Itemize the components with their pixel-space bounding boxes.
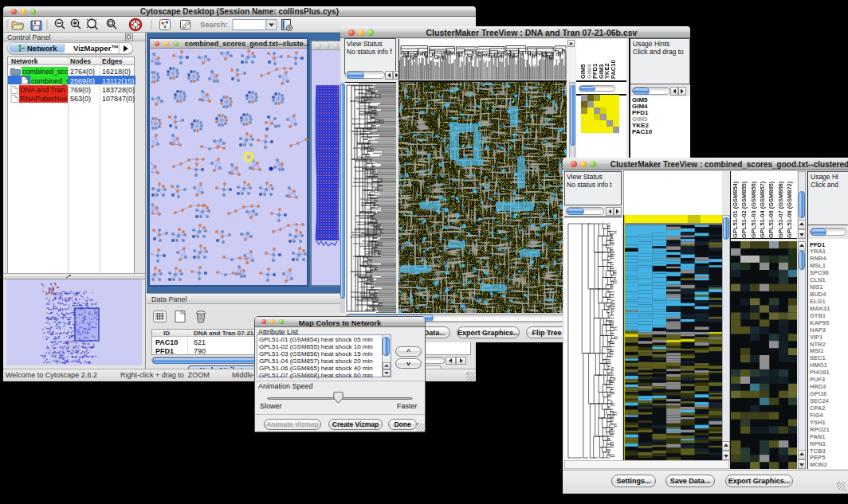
svg-text:Search:: Search: (200, 20, 228, 29)
